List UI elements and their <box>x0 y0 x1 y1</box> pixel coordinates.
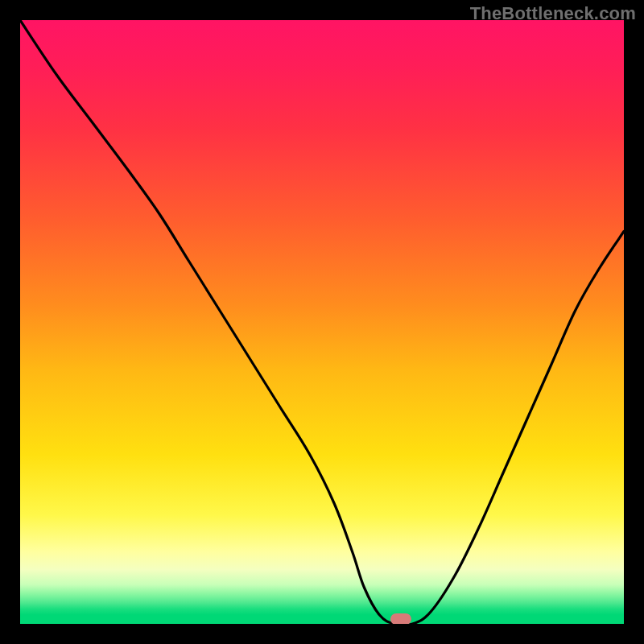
plot-area <box>20 20 624 624</box>
curve-svg <box>20 20 624 624</box>
bottleneck-curve-path <box>20 20 624 624</box>
watermark-text: TheBottleneck.com <box>470 3 636 24</box>
chart-frame: TheBottleneck.com <box>0 0 644 644</box>
optimal-point-marker <box>390 613 411 624</box>
